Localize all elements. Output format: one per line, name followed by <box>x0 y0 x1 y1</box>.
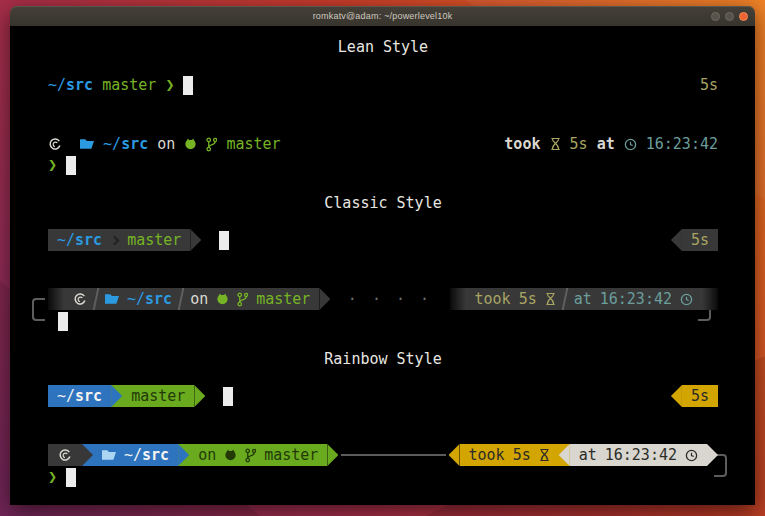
powerline-arrow-icon <box>111 385 122 407</box>
powerline-arrow-icon <box>559 444 570 466</box>
section-title: Rainbow Style <box>324 348 441 370</box>
powerline-arrow-icon <box>178 444 189 466</box>
minimize-button-icon[interactable] <box>711 12 720 21</box>
rainbow-prompt-full-line1: ~/src on master took 5s <box>48 444 718 466</box>
segment-junction <box>178 444 189 466</box>
took-label: took <box>469 444 505 466</box>
duration-value: 5s <box>691 385 709 407</box>
clock-icon <box>685 449 698 462</box>
path-prefix: ~/ <box>48 74 66 96</box>
lean-prompt-short: ~/src master ❯ 5s <box>48 74 718 96</box>
lean-style-heading: Lean Style <box>48 36 718 58</box>
segment-fade <box>450 288 466 310</box>
path-dir: src <box>145 290 172 308</box>
path-prefix: ~/ <box>57 387 75 405</box>
clock-icon <box>624 138 637 151</box>
prompt-char: ❯ <box>165 74 174 96</box>
path-prefix: ~/ <box>124 446 142 464</box>
duration-value: 5s <box>519 288 537 310</box>
terminal-window: romkatv@adam: ~/powerlevel10k Lean Style… <box>10 6 755 505</box>
powerline-arrow-icon <box>671 229 682 251</box>
git-branch: master <box>264 444 318 466</box>
git-branch-icon <box>237 292 248 307</box>
classic-prompt-full-line1: ~/src on master · · · · took 5s at 16:23… <box>48 288 718 310</box>
time-value: 16:23:42 <box>605 444 677 466</box>
text-cursor <box>66 156 76 175</box>
prompt-frame-left <box>32 298 45 321</box>
segment-fade <box>48 288 64 310</box>
github-icon <box>184 138 197 150</box>
on-label: on <box>198 444 216 466</box>
prompt-char: ❯ <box>48 154 57 176</box>
thin-separator-icon <box>93 288 100 310</box>
path-prefix: ~/ <box>127 290 145 308</box>
hourglass-icon <box>539 448 550 462</box>
window-title: romkatv@adam: ~/powerlevel10k <box>313 11 453 21</box>
git-branch: master <box>256 288 310 310</box>
maximize-button-icon[interactable] <box>725 12 734 21</box>
debian-swirl-icon <box>48 137 62 151</box>
git-branch: master <box>102 74 156 96</box>
at-label: at <box>597 133 615 155</box>
on-label: on <box>157 133 175 155</box>
section-title: Classic Style <box>324 192 441 214</box>
gap-filler-dots: · · · · <box>330 288 449 310</box>
github-icon <box>224 449 237 461</box>
on-label: on <box>190 288 208 310</box>
gap-filler-line <box>341 454 445 456</box>
close-button-icon[interactable] <box>739 12 748 21</box>
hourglass-icon <box>550 137 561 151</box>
text-cursor <box>219 231 229 250</box>
debian-swirl-icon <box>58 448 72 462</box>
duration-value: 5s <box>700 74 718 96</box>
at-label: at <box>574 288 592 310</box>
path-dir: src <box>75 387 102 405</box>
powerline-arrow-icon <box>190 229 201 251</box>
path-dir: src <box>66 74 93 96</box>
thin-separator-icon <box>561 288 568 310</box>
powerline-arrow-icon <box>449 444 460 466</box>
powerline-arrow-icon <box>671 385 682 407</box>
segment-junction <box>82 444 93 466</box>
lean-prompt-full-line2: ❯ <box>48 154 718 176</box>
took-label: took <box>504 133 540 155</box>
rainbow-prompt-full-line2: ❯ <box>48 466 718 488</box>
github-icon <box>216 293 229 305</box>
thin-separator-icon <box>178 288 185 310</box>
segment-junction <box>111 385 122 407</box>
prompt-char: ❯ <box>48 466 57 488</box>
path-prefix: ~/ <box>57 231 75 249</box>
duration-value: 5s <box>691 229 709 251</box>
git-branch: master <box>131 385 185 407</box>
duration-value: 5s <box>513 444 531 466</box>
title-bar[interactable]: romkatv@adam: ~/powerlevel10k <box>10 6 755 26</box>
took-label: took <box>475 288 511 310</box>
terminal-screen[interactable]: Lean Style ~/src master ❯ 5s ~/src on <box>10 26 755 505</box>
time-value: 16:23:42 <box>646 133 718 155</box>
text-cursor <box>183 76 193 95</box>
section-title: Lean Style <box>338 36 428 58</box>
classic-prompt-full-line2 <box>48 310 718 332</box>
text-cursor <box>58 312 68 331</box>
folder-icon <box>80 138 94 150</box>
powerline-arrow-icon <box>707 444 718 466</box>
powerline-arrow-icon <box>82 444 93 466</box>
at-label: at <box>579 444 597 466</box>
chevron-separator-icon <box>110 235 120 245</box>
rainbow-style-heading: Rainbow Style <box>48 348 718 370</box>
duration-value: 5s <box>570 133 588 155</box>
hourglass-icon <box>545 292 556 306</box>
path-dir: src <box>75 231 102 249</box>
path-dir: src <box>142 446 169 464</box>
segment-fade <box>702 288 718 310</box>
rainbow-prompt-short: ~/src master 5s <box>48 385 718 407</box>
git-branch: master <box>127 229 181 251</box>
text-cursor <box>223 387 233 406</box>
powerline-arrow-icon <box>319 288 330 310</box>
classic-style-heading: Classic Style <box>48 192 718 214</box>
clock-icon <box>680 293 693 306</box>
git-branch-icon <box>245 448 256 463</box>
powerline-arrow-icon <box>327 444 338 466</box>
classic-prompt-short: ~/src master 5s <box>48 229 718 251</box>
desktop-background: romkatv@adam: ~/powerlevel10k Lean Style… <box>0 0 765 516</box>
